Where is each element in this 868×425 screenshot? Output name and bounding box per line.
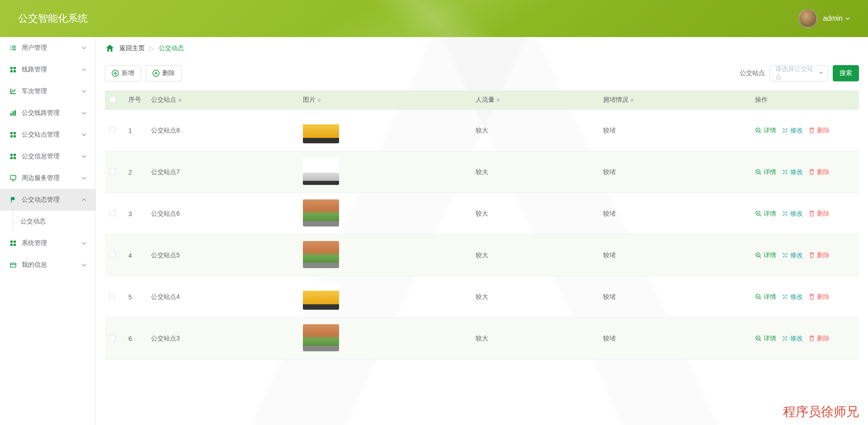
sidebar-item[interactable]: 公交动态管理 bbox=[0, 189, 95, 211]
sort-icon[interactable] bbox=[496, 96, 500, 104]
user-name-dropdown[interactable]: admin bbox=[823, 14, 850, 23]
sidebar-item[interactable]: 车次管理 bbox=[0, 80, 95, 102]
sidebar-item[interactable]: 系统管理 bbox=[0, 232, 95, 254]
detail-link[interactable]: 详情 bbox=[755, 335, 776, 343]
svg-rect-27 bbox=[10, 263, 16, 267]
edit-link[interactable]: 修改 bbox=[782, 293, 803, 301]
tools-icon bbox=[782, 210, 788, 217]
sidebar-item-label: 线路管理 bbox=[22, 66, 82, 74]
edit-link[interactable]: 修改 bbox=[782, 168, 803, 176]
detail-link[interactable]: 详情 bbox=[755, 210, 776, 218]
cell-station: 公交站点6 bbox=[146, 193, 298, 235]
svg-rect-11 bbox=[13, 111, 14, 116]
add-button-label: 新增 bbox=[122, 69, 134, 77]
svg-rect-2 bbox=[10, 47, 11, 48]
bus-thumbnail[interactable] bbox=[303, 158, 339, 185]
svg-rect-7 bbox=[14, 67, 16, 69]
search-doc-icon bbox=[755, 210, 762, 217]
filter-label: 公交站点 bbox=[740, 69, 765, 77]
svg-rect-26 bbox=[14, 244, 16, 246]
plus-circle-icon bbox=[112, 70, 119, 77]
sort-icon[interactable] bbox=[178, 96, 182, 104]
row-actions: 详情修改删除 bbox=[755, 251, 854, 260]
cell-station: 公交站点3 bbox=[146, 318, 298, 359]
sidebar-item[interactable]: 公交站点管理 bbox=[0, 124, 95, 146]
cell-image bbox=[298, 318, 471, 359]
delete-link[interactable]: 删除 bbox=[808, 335, 830, 343]
row-checkbox[interactable] bbox=[109, 127, 116, 133]
delete-link[interactable]: 删除 bbox=[808, 127, 830, 135]
station-select[interactable]: 请选择公交站点 bbox=[769, 65, 828, 81]
svg-rect-10 bbox=[10, 113, 12, 116]
svg-rect-6 bbox=[10, 67, 13, 69]
svg-rect-12 bbox=[14, 110, 16, 116]
row-actions: 详情修改删除 bbox=[755, 335, 854, 343]
edit-link[interactable]: 修改 bbox=[782, 251, 803, 260]
user-menu[interactable]: admin bbox=[798, 9, 850, 28]
list-icon bbox=[9, 44, 17, 52]
detail-link[interactable]: 详情 bbox=[755, 168, 776, 176]
row-checkbox[interactable] bbox=[109, 251, 116, 258]
delete-link[interactable]: 删除 bbox=[808, 293, 830, 301]
delete-link[interactable]: 删除 bbox=[808, 210, 830, 218]
detail-link[interactable]: 详情 bbox=[755, 127, 776, 135]
svg-rect-13 bbox=[10, 132, 13, 134]
sidebar-item[interactable]: 线路管理 bbox=[0, 59, 95, 80]
sidebar-item[interactable]: 公交信息管理 bbox=[0, 146, 95, 167]
row-checkbox[interactable] bbox=[109, 168, 116, 175]
bars-icon bbox=[9, 109, 17, 117]
search-doc-icon bbox=[755, 127, 762, 134]
home-icon[interactable] bbox=[105, 43, 115, 53]
delete-link[interactable]: 删除 bbox=[808, 168, 830, 176]
select-placeholder: 请选择公交站点 bbox=[775, 65, 815, 81]
delete-link[interactable]: 删除 bbox=[808, 251, 830, 260]
sort-icon[interactable] bbox=[317, 96, 321, 104]
sidebar-item[interactable]: 周边服务管理 bbox=[0, 167, 95, 189]
sidebar-item-label: 系统管理 bbox=[22, 239, 82, 247]
col-congestion[interactable]: 拥堵情况 bbox=[603, 96, 628, 103]
tools-icon bbox=[782, 127, 788, 134]
table-row: 6公交站点3较大较堵详情修改删除 bbox=[105, 318, 859, 359]
row-checkbox[interactable] bbox=[109, 210, 116, 216]
col-traffic[interactable]: 人流量 bbox=[476, 96, 495, 103]
edit-link[interactable]: 修改 bbox=[782, 127, 803, 135]
add-button[interactable]: 新增 bbox=[105, 65, 141, 81]
bus-thumbnail[interactable] bbox=[303, 241, 339, 268]
bus-thumbnail[interactable] bbox=[303, 324, 339, 351]
detail-link[interactable]: 详情 bbox=[755, 293, 776, 301]
bus-thumbnail[interactable] bbox=[303, 283, 339, 310]
sidebar-subitem[interactable]: 公交动态 bbox=[0, 211, 95, 232]
row-checkbox[interactable] bbox=[109, 335, 116, 341]
svg-rect-17 bbox=[10, 154, 13, 156]
sort-icon[interactable] bbox=[630, 96, 634, 104]
sidebar-item[interactable]: 公交线路管理 bbox=[0, 102, 95, 124]
row-actions: 详情修改删除 bbox=[755, 293, 854, 301]
row-checkbox[interactable] bbox=[109, 293, 116, 299]
edit-link[interactable]: 修改 bbox=[782, 335, 803, 343]
breadcrumb-current: 公交动态 bbox=[159, 44, 184, 52]
search-doc-icon bbox=[755, 293, 762, 300]
col-image[interactable]: 图片 bbox=[303, 96, 316, 103]
detail-link[interactable]: 详情 bbox=[755, 251, 776, 260]
trash-icon bbox=[808, 169, 815, 175]
x-circle-icon bbox=[152, 70, 160, 77]
select-all-checkbox[interactable] bbox=[109, 96, 116, 103]
cell-index: 4 bbox=[124, 235, 146, 276]
col-station[interactable]: 公交站点 bbox=[151, 96, 176, 103]
sidebar-item-label: 周边服务管理 bbox=[22, 174, 82, 182]
sidebar-item[interactable]: 我的信息 bbox=[0, 254, 95, 276]
search-doc-icon bbox=[755, 252, 762, 259]
sidebar-item[interactable]: 用户管理 bbox=[0, 37, 95, 59]
cell-image bbox=[298, 151, 471, 193]
breadcrumb-home[interactable]: 返回主页 bbox=[119, 44, 145, 52]
svg-rect-8 bbox=[10, 70, 13, 72]
search-button[interactable]: 搜索 bbox=[833, 65, 859, 81]
col-index: 序号 bbox=[128, 96, 141, 103]
delete-button[interactable]: 删除 bbox=[146, 65, 182, 81]
edit-link[interactable]: 修改 bbox=[782, 210, 803, 218]
bus-thumbnail[interactable] bbox=[303, 116, 339, 143]
cell-index: 6 bbox=[124, 318, 146, 359]
bus-thumbnail[interactable] bbox=[303, 199, 339, 227]
sidebar-item-label: 公交线路管理 bbox=[22, 109, 82, 117]
chevron-down-icon bbox=[82, 177, 86, 179]
